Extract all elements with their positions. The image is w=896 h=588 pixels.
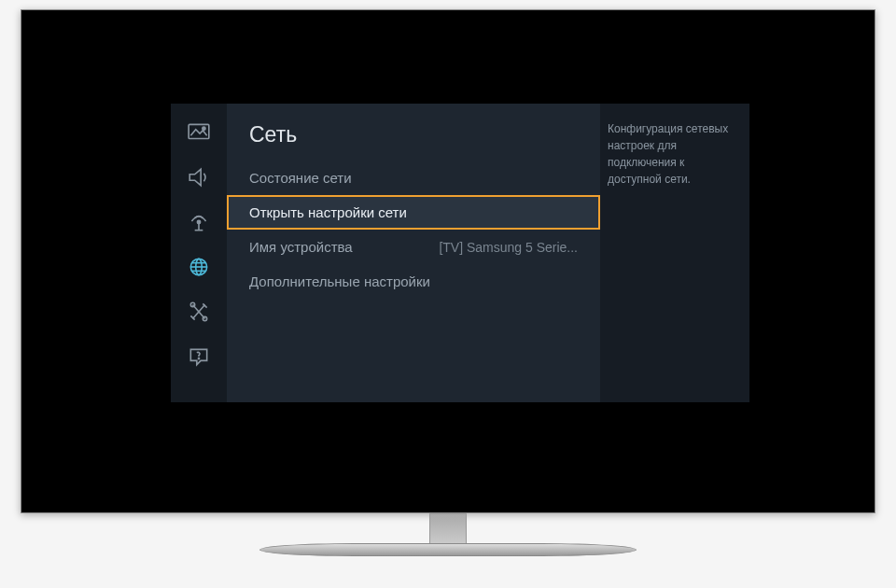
picture-icon[interactable] bbox=[187, 122, 211, 143]
svg-point-7 bbox=[198, 358, 199, 359]
tv-stand-base bbox=[259, 543, 637, 556]
settings-sidebar bbox=[171, 104, 227, 402]
help-text: Конфигурация сетевых настроек для подклю… bbox=[608, 120, 740, 188]
menu-column: Сеть Состояние сети Открыть настройки се… bbox=[227, 104, 600, 402]
menu-item-open-network-settings[interactable]: Открыть настройки сети bbox=[227, 195, 600, 230]
broadcast-icon[interactable] bbox=[187, 212, 211, 232]
tools-icon[interactable] bbox=[187, 301, 211, 322]
menu-item-label: Открыть настройки сети bbox=[249, 204, 407, 220]
svg-point-2 bbox=[197, 220, 200, 223]
settings-screen: Сеть Состояние сети Открыть настройки се… bbox=[171, 104, 749, 402]
support-icon[interactable] bbox=[187, 346, 211, 367]
main-panel: Сеть Состояние сети Открыть настройки се… bbox=[227, 104, 749, 402]
network-icon[interactable] bbox=[187, 257, 211, 277]
tv-stand-neck bbox=[429, 513, 467, 546]
menu-item-device-name[interactable]: Имя устройства [TV] Samsung 5 Serie... bbox=[227, 230, 600, 264]
menu-title: Сеть bbox=[227, 115, 600, 161]
menu-item-network-status[interactable]: Состояние сети bbox=[227, 161, 600, 195]
sound-icon[interactable] bbox=[187, 167, 211, 188]
tv-frame: Сеть Состояние сети Открыть настройки се… bbox=[21, 9, 875, 513]
help-panel: Конфигурация сетевых настроек для подклю… bbox=[600, 104, 749, 402]
menu-item-label: Дополнительные настройки bbox=[249, 273, 430, 289]
menu-item-label: Имя устройства bbox=[249, 239, 353, 255]
menu-item-additional-settings[interactable]: Дополнительные настройки bbox=[227, 264, 600, 299]
menu-item-label: Состояние сети bbox=[249, 170, 352, 186]
menu-item-value: [TV] Samsung 5 Serie... bbox=[439, 240, 578, 255]
svg-point-1 bbox=[203, 127, 205, 130]
